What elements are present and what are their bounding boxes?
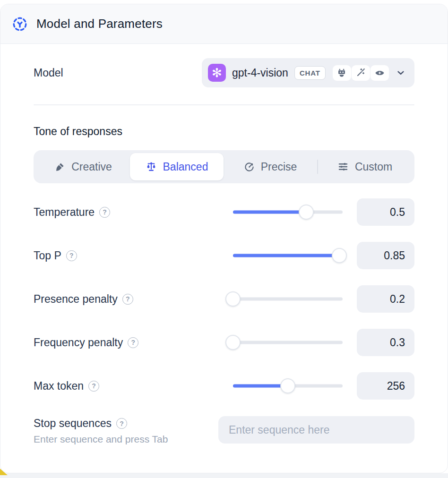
panel-header: Model and Parameters (0, 4, 448, 44)
tab-label: Custom (355, 161, 392, 173)
tab-balanced[interactable]: Balanced (130, 153, 224, 180)
help-icon[interactable]: ? (116, 418, 127, 429)
slider-thumb[interactable] (332, 248, 347, 263)
tab-label: Creative (71, 161, 112, 173)
stop-sequences-hint: Enter sequence and press Tab (34, 434, 218, 445)
help-icon[interactable]: ? (122, 294, 133, 305)
top-p-slider[interactable] (233, 248, 343, 263)
tone-section-heading: Tone of responses (34, 125, 414, 138)
param-label: Max token (34, 380, 84, 393)
magic-wand-icon (352, 65, 370, 81)
selected-model-name: gpt-4-vision (232, 67, 288, 79)
vision-eye-icon (370, 65, 389, 81)
param-label: Top P (34, 249, 61, 262)
model-parameters-panel: Model and Parameters Model ✻ gpt-4-visio… (0, 4, 448, 473)
capability-chips (333, 65, 389, 81)
max-token-value[interactable]: 256 (357, 372, 414, 400)
param-row-max-token: Max token ? 256 (34, 371, 414, 401)
slider-track[interactable] (233, 341, 343, 344)
slider-thumb[interactable] (299, 205, 314, 220)
help-icon[interactable]: ? (99, 207, 110, 218)
frequency-penalty-value[interactable]: 0.3 (357, 329, 414, 356)
slider-thumb[interactable] (280, 378, 295, 393)
tab-creative[interactable]: Creative (36, 153, 130, 180)
model-select-dropdown[interactable]: ✻ gpt-4-vision CHAT (202, 58, 414, 87)
stop-sequence-input[interactable] (218, 416, 414, 444)
param-label: Temperature (34, 206, 95, 219)
stop-sequences-row: Stop sequences ? Enter sequence and pres… (34, 416, 414, 471)
model-row: Model ✻ gpt-4-vision CHAT (34, 58, 414, 87)
slider-thumb[interactable] (225, 335, 241, 350)
sliders-icon (337, 161, 349, 172)
presence-penalty-value[interactable]: 0.2 (357, 285, 414, 313)
top-p-value[interactable]: 0.85 (357, 242, 414, 269)
target-icon (244, 162, 255, 172)
chat-type-badge: CHAT (294, 66, 326, 80)
help-icon[interactable]: ? (88, 381, 99, 392)
paintbrush-icon (54, 162, 65, 172)
slider-fill (233, 211, 306, 214)
section-divider (34, 104, 414, 105)
tab-label: Balanced (163, 161, 208, 173)
chevron-down-icon[interactable] (396, 68, 406, 78)
stop-sequences-label: Stop sequences (34, 417, 112, 430)
param-label: Frequency penalty (34, 336, 123, 349)
help-icon[interactable]: ? (66, 250, 77, 261)
temperature-value[interactable]: 0.5 (357, 198, 414, 226)
balance-scale-icon (146, 161, 157, 172)
robot-icon (333, 65, 351, 81)
param-label: Presence penalty (34, 293, 118, 306)
openai-logo-icon: ✻ (208, 64, 226, 82)
slider-track[interactable] (233, 298, 343, 301)
page-title: Model and Parameters (36, 17, 163, 31)
page-background-strip (0, 473, 448, 478)
slider-fill (233, 384, 288, 388)
model-label: Model (34, 67, 63, 79)
frequency-penalty-slider[interactable] (233, 335, 343, 350)
max-token-slider[interactable] (233, 378, 343, 393)
param-row-frequency-penalty: Frequency penalty ? 0.3 (34, 328, 414, 357)
presence-penalty-slider[interactable] (233, 291, 343, 307)
model-scope-icon (12, 16, 28, 32)
tab-precise[interactable]: Precise (224, 153, 317, 180)
tab-custom[interactable]: Custom (318, 153, 412, 180)
param-row-top-p: Top P ? 0.85 (34, 241, 414, 270)
slider-fill (233, 254, 339, 257)
temperature-slider[interactable] (233, 205, 343, 220)
tone-tab-group: Creative Balanced (34, 150, 414, 183)
param-row-temperature: Temperature ? 0.5 (34, 197, 414, 227)
tab-label: Precise (261, 161, 297, 173)
param-row-presence-penalty: Presence penalty ? 0.2 (34, 284, 414, 314)
slider-thumb[interactable] (225, 291, 241, 307)
help-icon[interactable]: ? (128, 337, 138, 348)
